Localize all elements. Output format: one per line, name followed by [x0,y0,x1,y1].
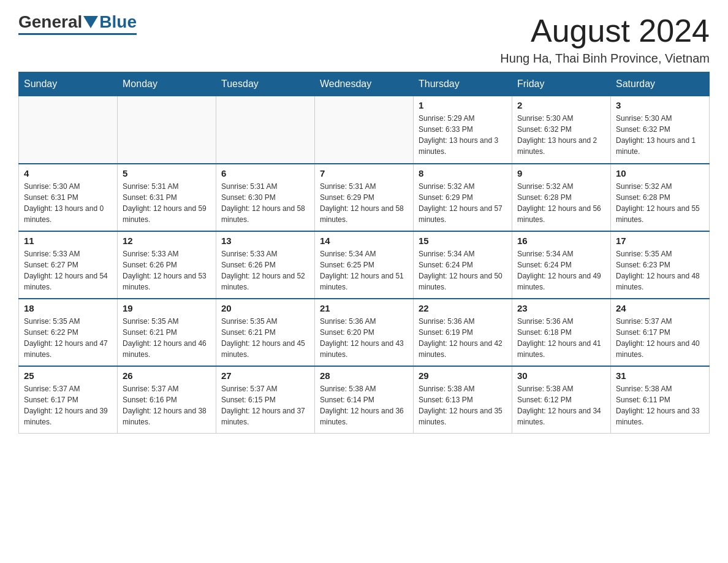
day-number: 21 [320,303,408,313]
day-info: Sunrise: 5:37 AMSunset: 6:17 PMDaylight:… [616,316,704,360]
day-info: Sunrise: 5:37 AMSunset: 6:15 PMDaylight:… [221,383,309,427]
day-info: Sunrise: 5:35 AMSunset: 6:22 PMDaylight:… [24,316,112,360]
logo-underline [18,33,137,35]
day-header-wednesday: Wednesday [315,72,414,96]
calendar-cell: 16Sunrise: 5:34 AMSunset: 6:24 PMDayligh… [512,231,611,299]
calendar-cell: 3Sunrise: 5:30 AMSunset: 6:32 PMDaylight… [611,96,710,164]
calendar-cell [19,96,118,164]
day-info: Sunrise: 5:29 AMSunset: 6:33 PMDaylight:… [419,113,507,157]
calendar-cell: 29Sunrise: 5:38 AMSunset: 6:13 PMDayligh… [414,366,512,434]
calendar-cell: 31Sunrise: 5:38 AMSunset: 6:11 PMDayligh… [611,366,710,434]
calendar-cell: 11Sunrise: 5:33 AMSunset: 6:27 PMDayligh… [19,231,118,299]
logo-general-text: General [18,12,82,32]
day-info: Sunrise: 5:36 AMSunset: 6:19 PMDaylight:… [419,316,507,360]
day-info: Sunrise: 5:32 AMSunset: 6:28 PMDaylight:… [616,181,704,225]
calendar-header-row: SundayMondayTuesdayWednesdayThursdayFrid… [19,72,710,96]
calendar-week-row: 4Sunrise: 5:30 AMSunset: 6:31 PMDaylight… [19,164,710,231]
calendar-cell: 14Sunrise: 5:34 AMSunset: 6:25 PMDayligh… [315,231,414,299]
calendar-cell: 28Sunrise: 5:38 AMSunset: 6:14 PMDayligh… [315,366,414,434]
day-info: Sunrise: 5:38 AMSunset: 6:14 PMDaylight:… [320,383,408,427]
calendar-week-row: 11Sunrise: 5:33 AMSunset: 6:27 PMDayligh… [19,231,710,299]
day-info: Sunrise: 5:34 AMSunset: 6:24 PMDaylight:… [517,248,605,293]
day-number: 25 [24,370,112,381]
calendar-cell: 9Sunrise: 5:32 AMSunset: 6:28 PMDaylight… [512,164,611,231]
calendar-cell: 25Sunrise: 5:37 AMSunset: 6:17 PMDayligh… [19,366,118,434]
day-info: Sunrise: 5:36 AMSunset: 6:20 PMDaylight:… [320,316,408,360]
day-number: 12 [123,236,211,246]
day-header-friday: Friday [512,72,611,96]
day-number: 30 [517,370,605,381]
calendar-cell: 21Sunrise: 5:36 AMSunset: 6:20 PMDayligh… [315,299,414,366]
calendar-cell: 5Sunrise: 5:31 AMSunset: 6:31 PMDaylight… [118,164,216,231]
day-info: Sunrise: 5:34 AMSunset: 6:24 PMDaylight:… [419,248,507,293]
calendar-cell: 13Sunrise: 5:33 AMSunset: 6:26 PMDayligh… [216,231,315,299]
day-number: 20 [221,303,309,313]
day-number: 14 [320,236,408,246]
calendar-cell: 19Sunrise: 5:35 AMSunset: 6:21 PMDayligh… [118,299,216,366]
day-number: 24 [616,303,704,313]
day-number: 10 [616,168,704,178]
day-info: Sunrise: 5:37 AMSunset: 6:16 PMDaylight:… [123,383,211,427]
day-info: Sunrise: 5:35 AMSunset: 6:21 PMDaylight:… [221,316,309,360]
logo-triangle-icon [83,16,98,28]
day-number: 26 [123,370,211,381]
day-number: 17 [616,236,704,246]
calendar-cell: 27Sunrise: 5:37 AMSunset: 6:15 PMDayligh… [216,366,315,434]
calendar-cell: 15Sunrise: 5:34 AMSunset: 6:24 PMDayligh… [414,231,512,299]
month-title: August 2024 [500,12,710,49]
day-number: 22 [419,303,507,313]
calendar-cell: 26Sunrise: 5:37 AMSunset: 6:16 PMDayligh… [118,366,216,434]
calendar-cell: 7Sunrise: 5:31 AMSunset: 6:29 PMDaylight… [315,164,414,231]
day-info: Sunrise: 5:35 AMSunset: 6:23 PMDaylight:… [616,248,704,293]
logo-blue-text: Blue [99,12,137,32]
day-info: Sunrise: 5:30 AMSunset: 6:32 PMDaylight:… [616,113,704,157]
calendar-cell: 22Sunrise: 5:36 AMSunset: 6:19 PMDayligh… [414,299,512,366]
day-number: 19 [123,303,211,313]
day-number: 6 [221,168,309,178]
day-info: Sunrise: 5:33 AMSunset: 6:26 PMDaylight:… [123,248,211,293]
day-info: Sunrise: 5:36 AMSunset: 6:18 PMDaylight:… [517,316,605,360]
day-number: 9 [517,168,605,178]
day-number: 11 [24,236,112,246]
day-number: 3 [616,100,704,110]
day-info: Sunrise: 5:37 AMSunset: 6:17 PMDaylight:… [24,383,112,427]
calendar-cell [315,96,414,164]
calendar-cell: 1Sunrise: 5:29 AMSunset: 6:33 PMDaylight… [414,96,512,164]
calendar-cell: 24Sunrise: 5:37 AMSunset: 6:17 PMDayligh… [611,299,710,366]
day-header-tuesday: Tuesday [216,72,315,96]
logo: General Blue [18,12,137,35]
calendar-cell: 6Sunrise: 5:31 AMSunset: 6:30 PMDaylight… [216,164,315,231]
day-number: 27 [221,370,309,381]
calendar-cell: 30Sunrise: 5:38 AMSunset: 6:12 PMDayligh… [512,366,611,434]
calendar-cell: 18Sunrise: 5:35 AMSunset: 6:22 PMDayligh… [19,299,118,366]
calendar-cell: 2Sunrise: 5:30 AMSunset: 6:32 PMDaylight… [512,96,611,164]
calendar-week-row: 25Sunrise: 5:37 AMSunset: 6:17 PMDayligh… [19,366,710,434]
calendar-cell: 4Sunrise: 5:30 AMSunset: 6:31 PMDaylight… [19,164,118,231]
calendar-table: SundayMondayTuesdayWednesdayThursdayFrid… [18,72,710,434]
day-number: 23 [517,303,605,313]
day-number: 8 [419,168,507,178]
calendar-week-row: 1Sunrise: 5:29 AMSunset: 6:33 PMDaylight… [19,96,710,164]
day-info: Sunrise: 5:38 AMSunset: 6:11 PMDaylight:… [616,383,704,427]
day-number: 16 [517,236,605,246]
calendar-week-row: 18Sunrise: 5:35 AMSunset: 6:22 PMDayligh… [19,299,710,366]
title-section: August 2024 Hung Ha, Thai Binh Province,… [500,12,710,66]
day-number: 13 [221,236,309,246]
calendar-cell: 10Sunrise: 5:32 AMSunset: 6:28 PMDayligh… [611,164,710,231]
day-number: 5 [123,168,211,178]
calendar-cell: 17Sunrise: 5:35 AMSunset: 6:23 PMDayligh… [611,231,710,299]
calendar-cell [216,96,315,164]
calendar-cell: 20Sunrise: 5:35 AMSunset: 6:21 PMDayligh… [216,299,315,366]
calendar-cell: 23Sunrise: 5:36 AMSunset: 6:18 PMDayligh… [512,299,611,366]
day-info: Sunrise: 5:30 AMSunset: 6:31 PMDaylight:… [24,181,112,225]
day-header-thursday: Thursday [414,72,512,96]
day-info: Sunrise: 5:31 AMSunset: 6:29 PMDaylight:… [320,181,408,225]
day-number: 4 [24,168,112,178]
day-header-saturday: Saturday [611,72,710,96]
day-number: 7 [320,168,408,178]
day-number: 2 [517,100,605,110]
day-info: Sunrise: 5:33 AMSunset: 6:27 PMDaylight:… [24,248,112,293]
day-info: Sunrise: 5:35 AMSunset: 6:21 PMDaylight:… [123,316,211,360]
day-number: 18 [24,303,112,313]
calendar-cell: 12Sunrise: 5:33 AMSunset: 6:26 PMDayligh… [118,231,216,299]
